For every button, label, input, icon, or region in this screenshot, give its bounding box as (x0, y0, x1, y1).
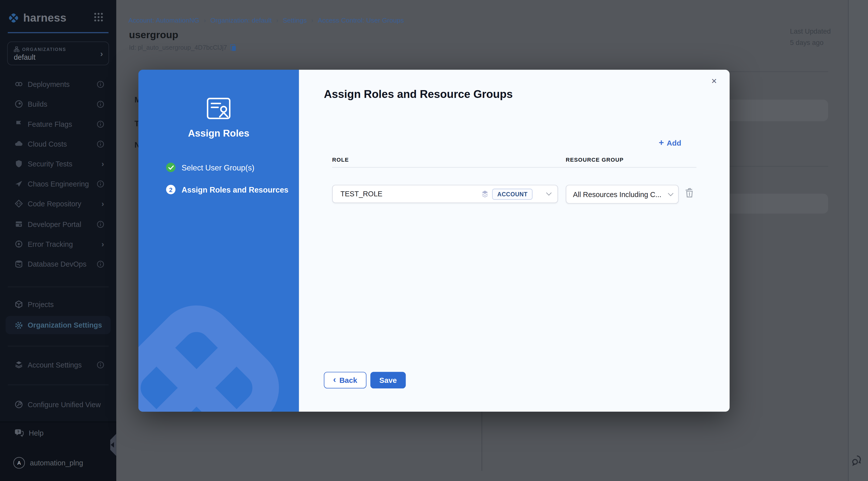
info-icon (97, 100, 104, 108)
sidebar-item-account-settings[interactable]: Account Settings (5, 356, 111, 373)
sidebar-item-database-devops[interactable]: Database DevOps (5, 256, 111, 272)
sidebar-item-label: Developer Portal (28, 220, 81, 228)
last-updated-value: 5 days ago (790, 37, 831, 48)
save-button[interactable]: Save (370, 372, 406, 388)
step-label: Assign Roles and Resources (182, 185, 288, 194)
chaos-engineering-icon (14, 179, 23, 188)
user-profile[interactable]: A automation_plng (13, 457, 83, 469)
page-title: usergroup (129, 29, 178, 41)
deployments-icon (14, 79, 23, 88)
breadcrumb-account-link[interactable]: Account: AutomationNG (128, 17, 199, 24)
sidebar-item-projects[interactable]: Projects (5, 296, 111, 313)
sidebar-item-label: Account Settings (28, 360, 82, 369)
support-chat-icon[interactable] (851, 454, 864, 467)
role-select[interactable]: TEST_ROLE ACCOUNT (332, 185, 558, 203)
info-icon (97, 260, 104, 267)
projects-icon (14, 300, 23, 309)
back-label: Back (339, 376, 357, 384)
sidebar-item-label: Cloud Costs (28, 140, 67, 148)
sidebar-item-security-tests[interactable]: Security Tests › (5, 155, 111, 172)
app-grid-icon[interactable] (93, 12, 103, 22)
wizard-step-assign-roles[interactable]: 2 Assign Roles and Resources (166, 185, 288, 194)
chevron-right-icon: › (311, 17, 313, 24)
sidebar-item-help[interactable]: ? Help (14, 429, 43, 437)
harness-watermark-icon (138, 294, 285, 412)
sidebar-item-code-repository[interactable]: Code Repository › (5, 195, 111, 212)
step-label: Select User Group(s) (182, 163, 254, 172)
sidebar-item-label: Deployments (28, 80, 69, 88)
info-icon (97, 140, 104, 148)
help-label: Help (29, 429, 44, 437)
org-label: ORGANIZATIONS (22, 47, 66, 52)
sidebar-item-label: Database DevOps (28, 260, 86, 268)
entity-id-text: Id: pl_auto_usergroup_4D7bcClJj7 (129, 44, 227, 51)
chevron-left-icon: ‹ (333, 375, 336, 385)
sidebar-item-deployments[interactable]: Deployments (5, 76, 111, 92)
copy-icon[interactable] (230, 44, 236, 51)
code-repository-icon (14, 199, 23, 208)
resource-group-select[interactable]: All Resources Including C... (566, 185, 679, 203)
sidebar-item-label: Chaos Engineering (28, 180, 89, 188)
modal-body: × Assign Roles and Resource Groups + Add… (299, 70, 730, 412)
sidebar-item-error-tracking[interactable]: Error Tracking › (5, 236, 111, 252)
role-value: TEST_ROLE (341, 190, 382, 198)
entity-id: Id: pl_auto_usergroup_4D7bcClJj7 (129, 44, 237, 51)
brand-name: harness (23, 11, 67, 24)
sidebar-divider (8, 385, 108, 385)
chevron-right-icon: › (100, 49, 103, 58)
screen: harness ORGANIZATIONS defa (0, 0, 868, 481)
wrench-icon (14, 400, 23, 409)
sidebar-item-organization-settings[interactable]: Organization Settings (5, 316, 111, 334)
sidebar-item-label: Error Tracking (28, 240, 73, 248)
sidebar-item-configure-unified-view[interactable]: Configure Unified View (5, 396, 111, 413)
cloud-costs-icon (14, 139, 23, 148)
sidebar-item-chaos-engineering[interactable]: Chaos Engineering (5, 175, 111, 192)
assign-roles-modal: Assign Roles Select User Group(s) 2 Assi… (138, 70, 730, 412)
breadcrumb-organization-link[interactable]: Organization: default (211, 17, 272, 24)
sidebar-item-builds[interactable]: Builds (5, 96, 111, 112)
info-icon (97, 361, 104, 368)
resource-group-column-header: RESOURCE GROUP (566, 157, 624, 163)
chevron-right-icon: › (276, 17, 278, 24)
chevron-right-icon: › (101, 239, 104, 248)
chevron-right-icon: › (101, 159, 104, 168)
sidebar-item-feature-flags[interactable]: Feature Flags (5, 116, 111, 132)
chevron-down-icon (546, 190, 552, 196)
brand-divider (8, 32, 108, 33)
wizard-step-select-user-groups[interactable]: Select User Group(s) (166, 163, 254, 172)
back-button[interactable]: ‹ Back (324, 372, 366, 388)
sidebar-item-label: Configure Unified View (28, 400, 101, 409)
sidebar-item-label: Feature Flags (28, 120, 72, 128)
sidebar-item-developer-portal[interactable]: Developer Portal (5, 216, 111, 232)
org-value: default (14, 53, 35, 62)
close-icon[interactable]: × (708, 75, 721, 88)
avatar: A (13, 457, 25, 469)
step-number: 2 (166, 185, 175, 194)
database-devops-icon (14, 260, 23, 268)
resource-group-value: All Resources Including C... (573, 190, 661, 198)
error-tracking-icon (14, 239, 23, 248)
gear-icon (14, 321, 23, 329)
modal-title: Assign Roles and Resource Groups (324, 88, 513, 101)
wizard-panel: Assign Roles Select User Group(s) 2 Assi… (138, 70, 299, 412)
info-icon (97, 120, 104, 128)
account-settings-icon (14, 360, 23, 369)
step-check-icon (166, 163, 175, 172)
sidebar-divider (8, 287, 108, 287)
sidebar-item-label: Security Tests (28, 160, 72, 168)
user-name: automation_plng (30, 459, 83, 467)
breadcrumb-access-control-link[interactable]: Access Control: User Groups (318, 17, 404, 24)
chevron-right-icon: › (204, 17, 206, 24)
sidebar-item-cloud-costs[interactable]: Cloud Costs (5, 135, 111, 152)
last-updated-label: Last Updated (790, 26, 831, 37)
help-chat-icon: ? (14, 429, 24, 437)
delete-row-icon[interactable] (683, 187, 695, 200)
column-header-divider (332, 167, 696, 168)
sidebar-item-label: Code Repository (28, 200, 81, 208)
add-label: Add (666, 138, 681, 147)
org-selector[interactable]: ORGANIZATIONS default › (7, 41, 109, 65)
scope-tag: ACCOUNT (492, 188, 532, 199)
breadcrumb-settings-link[interactable]: Settings (283, 17, 307, 24)
add-role-button[interactable]: + Add (659, 138, 681, 147)
harness-logo-icon (8, 12, 19, 23)
